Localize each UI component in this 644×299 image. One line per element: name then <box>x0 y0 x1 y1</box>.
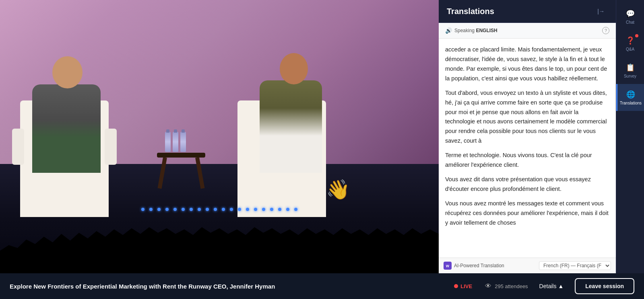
speaking-badge: 🔊 Speaking ENGLISH ? <box>439 23 616 39</box>
stage-table <box>157 153 205 189</box>
leave-session-button[interactable]: Leave session <box>575 278 634 294</box>
person-left-head <box>52 56 83 88</box>
bottle-2 <box>173 132 178 152</box>
translation-text-scroll[interactable]: acceder a ce placard limite. Mais fondam… <box>439 39 616 258</box>
sidebar-translations-label: Translations <box>620 101 642 105</box>
sidebar-item-chat[interactable]: 💬 Chat <box>616 3 644 30</box>
wordly-label: AI-Powered Translation <box>454 263 504 268</box>
translation-para-4: Vous avez dit dans votre présentation qu… <box>445 175 609 194</box>
translation-footer: w AI-Powered Translation French (FR) — F… <box>439 258 616 273</box>
sidebar: 💬 Chat ❓ Q&A 📋 Survey 🌐 Translations <box>616 0 644 273</box>
translations-icon: 🌐 <box>626 90 636 99</box>
translation-para-3: Terme et technologie. Nous vivons tous. … <box>445 151 609 170</box>
chair-left-arm-left <box>12 129 24 165</box>
translation-para-2: Tout d'abord, vous envoyez un texto à un… <box>445 88 609 146</box>
translation-content-area: 🔊 Speaking ENGLISH ? acceder a ce placar… <box>439 23 616 273</box>
survey-icon: 📋 <box>625 63 635 72</box>
expand-button[interactable]: |→ <box>594 6 608 16</box>
translations-panel: Translations |→ 🔊 Speaking ENGLISH ? <box>439 0 616 273</box>
sidebar-survey-label: Survey <box>624 74 636 78</box>
speaking-text: Speaking ENGLISH <box>454 28 497 33</box>
attendees-count: 👁 295 attendees <box>485 283 528 290</box>
bottom-bar: Explore New Frontiers of Experiential Ma… <box>0 273 644 299</box>
live-label: LIVE <box>460 283 472 289</box>
video-area: 👋 <box>0 0 439 273</box>
person-right-body <box>260 80 322 173</box>
attendees-number: 295 attendees <box>495 283 528 289</box>
chat-icon: 💬 <box>625 9 635 18</box>
chevron-up-icon: ▲ <box>558 283 564 289</box>
person-left-body <box>32 84 101 173</box>
language-selector[interactable]: French (FR) — Français (F <box>539 261 611 270</box>
person-right-head <box>280 53 308 84</box>
water-bottles <box>165 132 186 152</box>
translations-title: Translations <box>447 7 494 16</box>
details-button[interactable]: Details ▲ <box>535 280 569 293</box>
wordly-brand: w AI-Powered Translation <box>444 262 504 270</box>
bottle-3 <box>180 132 186 152</box>
sidebar-item-survey[interactable]: 📋 Survey <box>616 57 644 84</box>
help-icon[interactable]: ? <box>602 27 609 34</box>
translations-header: Translations |→ <box>439 0 616 23</box>
wave-emoji: 👋 <box>326 178 350 201</box>
wordly-logo: w <box>444 262 452 270</box>
sidebar-item-translations[interactable]: 🌐 Translations <box>616 84 644 111</box>
led-lights <box>22 208 417 211</box>
sidebar-chat-label: Chat <box>626 20 634 25</box>
speaking-info: 🔊 Speaking ENGLISH <box>445 27 599 34</box>
translation-para-1: acceder a ce placard limite. Mais fondam… <box>445 45 609 84</box>
sidebar-item-qa[interactable]: ❓ Q&A <box>616 30 644 57</box>
qa-notification-dot <box>635 34 638 37</box>
eye-icon: 👁 <box>485 283 491 290</box>
qa-icon: ❓ <box>625 36 635 45</box>
bottle-1 <box>165 132 171 152</box>
live-dot <box>454 284 458 288</box>
session-title: Explore New Frontiers of Experiential Ma… <box>10 283 443 290</box>
translation-para-5: Vous nous avez montré les messages texte… <box>445 199 609 228</box>
live-badge: LIVE <box>454 283 472 289</box>
sidebar-qa-label: Q&A <box>626 47 634 51</box>
speaking-icon: 🔊 <box>445 27 452 34</box>
chair-left-arm-right <box>105 129 117 165</box>
